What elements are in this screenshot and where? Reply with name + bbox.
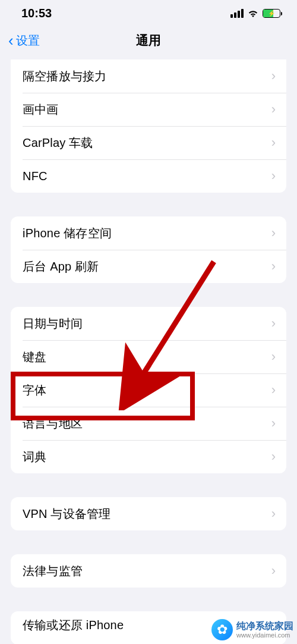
cellular-icon bbox=[230, 9, 244, 18]
chevron-right-icon: › bbox=[271, 349, 276, 365]
row-dict[interactable]: 词典 › bbox=[11, 440, 286, 473]
watermark-url: www.yidaimei.com bbox=[236, 632, 293, 639]
row-storage[interactable]: iPhone 储存空间 › bbox=[11, 216, 286, 250]
row-label: VPN 与设备管理 bbox=[23, 506, 110, 522]
page-title: 通用 bbox=[136, 32, 161, 49]
row-datetime[interactable]: 日期与时间 › bbox=[11, 307, 286, 340]
row-fonts[interactable]: 字体 › bbox=[11, 373, 286, 407]
chevron-right-icon: › bbox=[271, 102, 276, 117]
watermark: ✿ 纯净系统家园 www.yidaimei.com bbox=[211, 619, 293, 640]
row-airplay[interactable]: 隔空播放与接力 › bbox=[11, 59, 286, 93]
row-pip[interactable]: 画中画 › bbox=[11, 93, 286, 126]
status-right: ⚡ bbox=[230, 9, 280, 18]
row-langregion[interactable]: 语言与地区 › bbox=[11, 407, 286, 440]
chevron-right-icon: › bbox=[271, 135, 276, 150]
wifi-icon bbox=[247, 9, 259, 17]
row-label: 字体 bbox=[23, 382, 46, 398]
row-legal[interactable]: 法律与监管 › bbox=[11, 554, 286, 588]
row-label: 语言与地区 bbox=[23, 416, 83, 432]
watermark-title: 纯净系统家园 bbox=[236, 621, 293, 632]
row-carplay[interactable]: CarPlay 车载 › bbox=[11, 126, 286, 159]
row-label: 传输或还原 iPhone bbox=[23, 617, 124, 633]
chevron-left-icon: ‹ bbox=[8, 33, 14, 48]
row-label: NFC bbox=[23, 169, 48, 183]
row-label: CarPlay 车载 bbox=[23, 135, 93, 151]
row-label: iPhone 储存空间 bbox=[23, 225, 112, 241]
list-group: iPhone 储存空间 › 后台 App 刷新 › bbox=[11, 216, 286, 283]
chevron-right-icon: › bbox=[271, 563, 276, 579]
chevron-right-icon: › bbox=[271, 449, 276, 464]
row-vpn[interactable]: VPN 与设备管理 › bbox=[11, 497, 286, 530]
back-label: 设置 bbox=[16, 33, 40, 49]
row-label: 后台 App 刷新 bbox=[23, 259, 99, 275]
watermark-logo-icon: ✿ bbox=[211, 619, 233, 640]
nav-bar: ‹ 设置 通用 bbox=[0, 26, 297, 55]
chevron-right-icon: › bbox=[271, 168, 276, 184]
chevron-right-icon: › bbox=[271, 506, 276, 522]
chevron-right-icon: › bbox=[271, 316, 276, 331]
status-time: 10:53 bbox=[21, 7, 52, 20]
list-group: 法律与监管 › bbox=[11, 554, 286, 588]
row-label: 法律与监管 bbox=[23, 563, 83, 579]
row-bgapp[interactable]: 后台 App 刷新 › bbox=[11, 250, 286, 283]
list-group: VPN 与设备管理 › bbox=[11, 497, 286, 530]
battery-icon: ⚡ bbox=[263, 9, 280, 18]
chevron-right-icon: › bbox=[271, 382, 276, 398]
chevron-right-icon: › bbox=[271, 416, 276, 431]
chevron-right-icon: › bbox=[271, 225, 276, 241]
row-label: 隔空播放与接力 bbox=[23, 68, 106, 84]
status-bar: 10:53 ⚡ bbox=[0, 0, 297, 26]
back-button[interactable]: ‹ 设置 bbox=[8, 33, 40, 49]
chevron-right-icon: › bbox=[271, 259, 276, 274]
row-label: 画中画 bbox=[23, 102, 59, 118]
row-label: 日期与时间 bbox=[23, 316, 83, 332]
row-label: 词典 bbox=[23, 449, 46, 465]
chevron-right-icon: › bbox=[271, 68, 276, 84]
row-nfc[interactable]: NFC › bbox=[11, 159, 286, 193]
list-group: 日期与时间 › 键盘 › 字体 › 语言与地区 › 词典 › bbox=[11, 307, 286, 473]
list-group: 隔空播放与接力 › 画中画 › CarPlay 车载 › NFC › bbox=[11, 59, 286, 193]
row-label: 键盘 bbox=[23, 349, 46, 365]
row-keyboard[interactable]: 键盘 › bbox=[11, 340, 286, 373]
